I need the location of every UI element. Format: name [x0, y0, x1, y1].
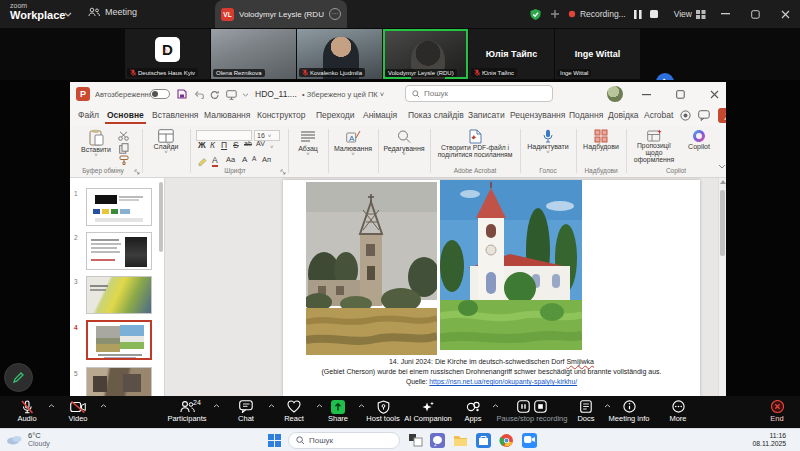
- panel-scrollbar[interactable]: [159, 182, 163, 252]
- slide-thumbnail-2[interactable]: [86, 232, 152, 270]
- task-view-icon[interactable]: [408, 433, 423, 448]
- autosave-toggle[interactable]: [150, 89, 170, 99]
- undo-icon[interactable]: [194, 90, 204, 99]
- stop-recording-icon[interactable]: [650, 10, 658, 18]
- shrink-font-button[interactable]: А: [252, 155, 256, 162]
- source-link[interactable]: https://nsn.net.ua/region/okupanty-spaly…: [429, 378, 577, 385]
- tab-home[interactable]: Основне: [107, 110, 144, 120]
- save-icon[interactable]: [177, 89, 187, 99]
- tab-animations[interactable]: Анімація: [363, 110, 397, 120]
- slide-thumbnail-5[interactable]: [86, 367, 152, 396]
- cut-icon[interactable]: [118, 131, 129, 141]
- main-scrollbar[interactable]: [718, 178, 726, 396]
- tab-help[interactable]: Довідка: [608, 110, 639, 120]
- tab-file[interactable]: Файл: [78, 110, 99, 120]
- apps-plus-icon[interactable]: [550, 9, 560, 19]
- present-icon[interactable]: [226, 90, 237, 100]
- italic-button[interactable]: К: [210, 140, 215, 150]
- copy-icon[interactable]: [119, 143, 129, 154]
- create-pdf-button[interactable]: Створити PDF-файл і поділитися посилання…: [434, 129, 516, 158]
- text-shadow-button[interactable]: ab: [244, 140, 252, 147]
- editing-button[interactable]: Редагування ˅: [382, 129, 426, 156]
- new-slide-button[interactable]: Слайди ˅: [148, 129, 184, 154]
- participant-tile-yuliia[interactable]: Юлія Тайпс Юлія Тайпс: [469, 29, 554, 79]
- ppt-minimize-icon[interactable]: [642, 94, 651, 96]
- tab-acrobat[interactable]: Acrobat: [644, 110, 673, 120]
- weather-widget[interactable]: 6°C Cloudy: [6, 431, 50, 447]
- maximize-button[interactable]: [744, 0, 766, 28]
- minimize-button[interactable]: [714, 0, 736, 28]
- participant-tile-deutsches-haus[interactable]: D⌂ Deutsches Haus Kyiv: [125, 29, 210, 79]
- annotate-button[interactable]: [4, 363, 33, 392]
- tab-transitions[interactable]: Переходи: [316, 110, 355, 120]
- clear-formatting-button[interactable]: Ап: [262, 155, 271, 164]
- change-case-button[interactable]: Аа: [226, 155, 235, 164]
- more-button[interactable]: More: [646, 399, 710, 423]
- scrollbar-thumb[interactable]: [720, 190, 725, 256]
- addins-button[interactable]: Надбудови: [580, 129, 622, 150]
- tab-review[interactable]: Рецензування: [510, 110, 565, 120]
- redo-icon[interactable]: [210, 90, 220, 100]
- dialog-launcher-icon[interactable]: [280, 169, 286, 175]
- store-icon[interactable]: [476, 433, 491, 448]
- slide-thumbnail-1[interactable]: [86, 188, 152, 226]
- ppt-search-box[interactable]: Пошук: [405, 85, 553, 102]
- saved-status[interactable]: • Збережено у цей ПК ˅: [302, 90, 384, 99]
- account-avatar[interactable]: [607, 86, 623, 102]
- video-button[interactable]: Video: [46, 399, 110, 423]
- taskbar-clock[interactable]: 11:16 08.11.2025: [752, 432, 786, 449]
- tab-options-icon[interactable]: ⋯: [329, 8, 341, 20]
- ppt-maximize-icon[interactable]: [676, 90, 685, 99]
- dialog-launcher-icon[interactable]: [134, 169, 140, 175]
- design-ideas-button[interactable]: Пропозиції щодо оформлення: [628, 129, 680, 163]
- ppt-share-button[interactable]: [718, 108, 726, 123]
- tab-draw[interactable]: Малювання: [204, 110, 250, 120]
- view-button[interactable]: View: [674, 9, 706, 19]
- chevron-down-icon[interactable]: [64, 12, 72, 17]
- slide-thumbnail-3[interactable]: [86, 276, 152, 314]
- tab-record[interactable]: Записати: [468, 110, 505, 120]
- dictate-button[interactable]: Надиктувати ˅: [524, 129, 572, 154]
- close-button[interactable]: [774, 0, 796, 28]
- tab-insert[interactable]: Вставлення: [152, 110, 198, 120]
- drawing-button[interactable]: A Малювання ˅: [332, 129, 374, 156]
- tab-slideshow[interactable]: Показ слайдів: [408, 110, 464, 120]
- tab-shared-screen[interactable]: VL Volodymyr Leysle (RDU)'s screen ⋯: [215, 0, 347, 28]
- slide-thumbnail-4-selected[interactable]: [86, 320, 152, 360]
- participants-button[interactable]: 24 Participants: [155, 399, 219, 423]
- character-spacing-button[interactable]: AV: [256, 140, 265, 147]
- record-button-icon[interactable]: [680, 110, 691, 121]
- paste-button[interactable]: Вставити ˅: [78, 129, 114, 157]
- filename-label[interactable]: HDO_11....: [255, 89, 297, 99]
- scroll-up-icon[interactable]: [720, 180, 726, 184]
- participant-tile-volodymyr[interactable]: Volodymyr Leysle (RDU): [383, 29, 468, 79]
- start-button[interactable]: [268, 434, 281, 447]
- paragraph-button[interactable]: Абзац ˅: [292, 129, 324, 156]
- video-options-chevron[interactable]: [100, 404, 107, 408]
- security-shield-icon[interactable]: [529, 8, 542, 21]
- grow-font-button[interactable]: А: [242, 155, 247, 164]
- chrome-icon[interactable]: [499, 433, 514, 448]
- slide-canvas[interactable]: 14. Juni 2024: Die Kirche im deutsch-sch…: [283, 180, 700, 396]
- copilot-button[interactable]: Copilot: [682, 129, 716, 150]
- tab-meeting[interactable]: Meeting: [88, 7, 137, 17]
- teams-icon[interactable]: [430, 433, 445, 448]
- file-explorer-icon[interactable]: [453, 433, 468, 448]
- chevron-down-icon[interactable]: ˅: [270, 141, 274, 151]
- ppt-close-icon[interactable]: [710, 90, 719, 99]
- end-button[interactable]: End: [745, 399, 800, 423]
- participant-tile-kovalenko[interactable]: Kovalenko Ljudmila: [297, 29, 382, 79]
- collapse-ribbon-icon[interactable]: [718, 164, 726, 169]
- font-color-button[interactable]: А: [212, 155, 218, 167]
- tab-view[interactable]: Подання: [569, 110, 603, 120]
- participant-tile-inge[interactable]: Inge Wittal Inge Wittal: [555, 29, 640, 79]
- chevron-down-icon[interactable]: [242, 93, 249, 97]
- pause-icon[interactable]: [517, 400, 530, 413]
- underline-button[interactable]: П: [221, 140, 227, 150]
- zoom-app-icon[interactable]: [522, 433, 537, 448]
- participant-tile-olena[interactable]: Olena Reznikova: [211, 29, 296, 79]
- taskbar-search[interactable]: Пошук: [288, 432, 400, 449]
- pause-recording-icon[interactable]: [634, 10, 642, 19]
- strikethrough-button[interactable]: S: [233, 140, 239, 150]
- stop-icon[interactable]: [534, 400, 547, 413]
